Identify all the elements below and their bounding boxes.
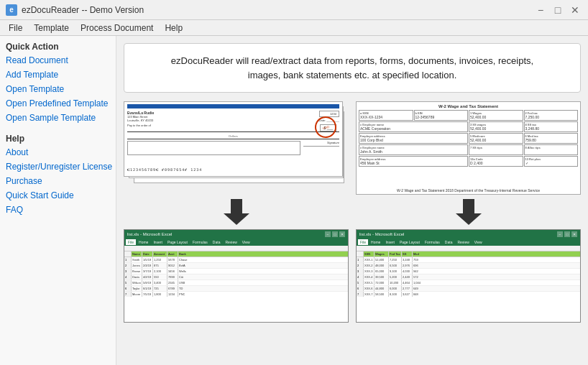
- w2-box-7: 7 SS tips: [469, 144, 523, 155]
- images-grid: Name Pay to the order of: [124, 101, 581, 323]
- app-icon: e: [6, 4, 17, 16]
- w2-title: W-2 Wage and Tax Statement: [359, 104, 578, 108]
- sidebar-item-register[interactable]: Register/Unregister License: [0, 160, 116, 174]
- w2-box-5: 5 Medicare 52,400.00: [469, 133, 523, 144]
- title-bar: e ezDocuReader -- Demo Version − □ ✕: [0, 0, 588, 20]
- w2-box-12a: 12a Code D 2,400: [469, 156, 523, 167]
- sidebar-item-read-document[interactable]: Read Document: [0, 53, 116, 68]
- menu-help[interactable]: Help: [159, 22, 188, 34]
- w2-grid: a SSN XXX-XX-1234 b EIN 12-3456789 1 Wag…: [359, 110, 578, 167]
- w2-form-preview: W-2 Wage and Tax Statement a SSN XXX-XX-…: [356, 101, 581, 195]
- check-document-preview: Name Pay to the order of: [124, 101, 349, 195]
- menu-template[interactable]: Template: [28, 22, 75, 34]
- quick-action-title: Quick Action: [0, 39, 116, 53]
- svg-marker-0: [224, 199, 249, 225]
- w2-footer: W-2 Wage and Tax Statement 2018 Departme…: [357, 188, 580, 193]
- w2-box-employer: c Employer name ACME Corporation: [359, 121, 468, 132]
- sidebar-item-purchase[interactable]: Purchase: [0, 174, 116, 188]
- sidebar-item-about[interactable]: About: [0, 145, 116, 160]
- w2-box-employer-addr: Employer address 100 Corp Blvd: [359, 133, 468, 144]
- w2-box-b: b EIN 12-3456789: [414, 110, 469, 121]
- w2-box-13: 13 Ret plan ✓: [524, 156, 579, 167]
- check-card-front: Evans/La Rudie 123 Main Street Louisvill…: [124, 101, 343, 177]
- w2-box-6: 6 Med tax 759.80: [524, 133, 579, 144]
- menu-process-document[interactable]: Process Document: [75, 22, 159, 34]
- w2-box-2: 2 Fed tax 7,250.00: [524, 110, 579, 121]
- w2-box-1: 1 Wages 52,400.00: [469, 110, 523, 121]
- info-box: ezDocuReader will read/extract data from…: [124, 43, 581, 93]
- info-text-1: ezDocuReader will read/extract data from…: [171, 55, 533, 66]
- left-column: Name Pay to the order of: [124, 101, 349, 323]
- minimize-button[interactable]: −: [533, 3, 548, 17]
- w2-box-employee: e Employee name John A. Smith: [359, 144, 468, 155]
- sidebar-item-open-predefined-template[interactable]: Open Predefined Template: [0, 96, 116, 111]
- w2-box-3: 3 SS wages 52,400.00: [469, 121, 523, 132]
- restore-button[interactable]: □: [551, 3, 565, 17]
- w2-box-8: 8 Alloc tips: [524, 144, 579, 155]
- help-title: Help: [0, 131, 116, 145]
- close-button[interactable]: ✕: [568, 3, 582, 17]
- right-arrow-down: [454, 198, 483, 226]
- menu-file[interactable]: File: [3, 22, 28, 34]
- content-area: ezDocuReader will read/extract data from…: [116, 36, 588, 365]
- excel-left-preview: list.xls - Microsoft Excel − □ ✕ File Ho…: [124, 229, 349, 323]
- sidebar: Quick Action Read Document Add Template …: [0, 36, 116, 365]
- sidebar-item-faq[interactable]: FAQ: [0, 203, 116, 217]
- sidebar-item-open-sample-template[interactable]: Open Sample Template: [0, 111, 116, 125]
- w2-box-employee-addr: Employee address 456 Main St: [359, 156, 468, 167]
- menu-bar: File Template Process Document Help: [0, 20, 588, 36]
- title-bar-text: ezDocuReader -- Demo Version: [22, 5, 533, 15]
- excel-right-preview: list.xls - Microsoft Excel − □ ✕ File Ho…: [356, 229, 581, 323]
- svg-marker-1: [456, 199, 482, 225]
- title-bar-controls: − □ ✕: [533, 3, 582, 17]
- check-micr: ⑆123456789⑆ ⑈0987654⑈ 1234: [127, 167, 202, 172]
- w2-box-4: 4 SS tax 3,248.80: [524, 121, 579, 132]
- sidebar-item-open-template[interactable]: Open Template: [0, 82, 116, 96]
- left-arrow-down: [222, 198, 251, 226]
- w2-box-a: a SSN XXX-XX-1234: [359, 110, 413, 121]
- sidebar-item-add-template[interactable]: Add Template: [0, 68, 116, 82]
- main-layout: Quick Action Read Document Add Template …: [0, 36, 588, 365]
- info-text-2: images, bank statements etc. at specifie…: [248, 70, 457, 80]
- sidebar-item-quick-start[interactable]: Quick Start Guide: [0, 188, 116, 203]
- right-column: W-2 Wage and Tax Statement a SSN XXX-XX-…: [356, 101, 581, 323]
